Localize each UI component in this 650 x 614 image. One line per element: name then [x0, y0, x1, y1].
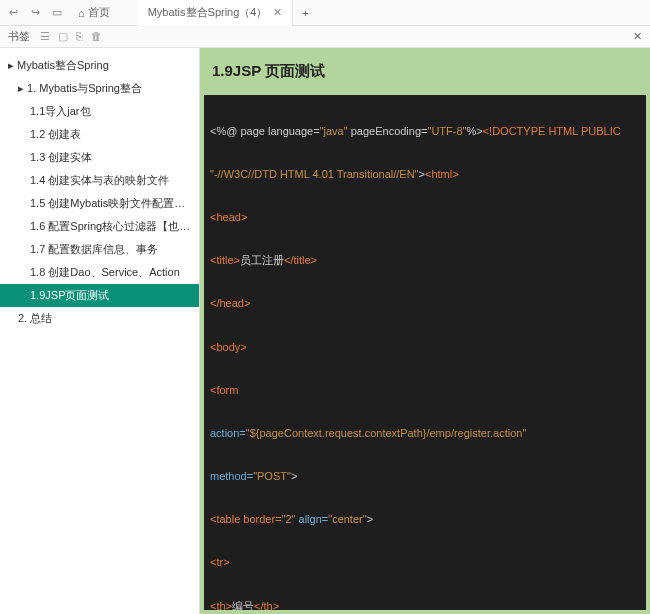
- code-block: <%@ page language="java" pageEncoding="U…: [204, 95, 646, 610]
- tree-root[interactable]: ▸ Mybatis整合Spring: [0, 54, 199, 77]
- tool-icon[interactable]: ▢: [58, 30, 68, 43]
- bookmark-tools: ☰ ▢ ⎘ 🗑: [40, 30, 102, 43]
- tab-bar: Mybatis整合Spring（4） ✕ +: [138, 0, 318, 26]
- main-toolbar: ↩ ↪ ▭ ⌂ 首页 Mybatis整合Spring（4） ✕ +: [0, 0, 650, 26]
- back-icon[interactable]: ↩: [6, 6, 20, 20]
- close-panel-icon[interactable]: ✕: [633, 30, 642, 43]
- bookmark-icon[interactable]: ▭: [50, 6, 64, 20]
- sidebar-item-1-1[interactable]: 1.1导入jar包: [0, 100, 199, 123]
- home-label: 首页: [88, 5, 110, 20]
- sidebar-item-1-9-active[interactable]: 1.9JSP页面测试: [0, 284, 199, 307]
- sidebar-item-1-2[interactable]: 1.2 创建表: [0, 123, 199, 146]
- add-tab-button[interactable]: +: [293, 7, 317, 19]
- bookmarks-label: 书签: [8, 29, 30, 44]
- tree-section-2[interactable]: 2. 总结: [0, 307, 199, 330]
- tree-section-1[interactable]: ▸ 1. Mybatis与Spring整合: [0, 77, 199, 100]
- sidebar-item-1-4[interactable]: 1.4 创建实体与表的映射文件: [0, 169, 199, 192]
- page-title: 1.9JSP 页面测试: [200, 48, 650, 95]
- sidebar-item-1-5[interactable]: 1.5 创建Mybatis映射文件配置环境: [0, 192, 199, 215]
- home-button[interactable]: ⌂ 首页: [78, 5, 110, 20]
- close-icon[interactable]: ✕: [273, 6, 282, 19]
- tool-icon[interactable]: ⎘: [76, 30, 83, 43]
- tab-active[interactable]: Mybatis整合Spring（4） ✕: [138, 0, 294, 26]
- sidebar-item-1-7[interactable]: 1.7 配置数据库信息、事务: [0, 238, 199, 261]
- tab-label: Mybatis整合Spring（4）: [148, 5, 268, 20]
- sidebar-item-1-3[interactable]: 1.3 创建实体: [0, 146, 199, 169]
- main-area: ▸ Mybatis整合Spring ▸ 1. Mybatis与Spring整合 …: [0, 48, 650, 614]
- tool-icon[interactable]: 🗑: [91, 30, 102, 43]
- home-icon: ⌂: [78, 7, 85, 19]
- bookmarks-bar: 书签 ☰ ▢ ⎘ 🗑 ✕: [0, 26, 650, 48]
- sidebar-item-1-6[interactable]: 1.6 配置Spring核心过滤器【也是加载总配置...: [0, 215, 199, 238]
- content-pane: 1.9JSP 页面测试 <%@ page language="java" pag…: [200, 48, 650, 614]
- sidebar-tree: ▸ Mybatis整合Spring ▸ 1. Mybatis与Spring整合 …: [0, 48, 200, 614]
- sidebar-item-1-8[interactable]: 1.8 创建Dao、Service、Action: [0, 261, 199, 284]
- forward-icon[interactable]: ↪: [28, 6, 42, 20]
- tool-icon[interactable]: ☰: [40, 30, 50, 43]
